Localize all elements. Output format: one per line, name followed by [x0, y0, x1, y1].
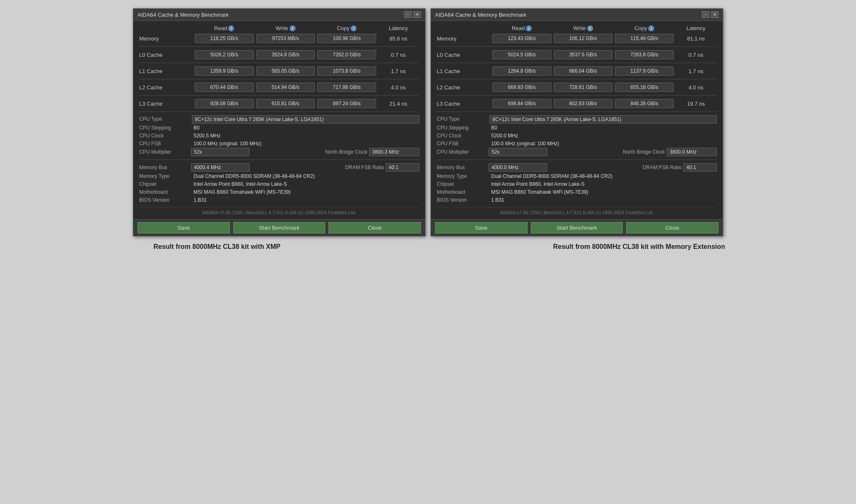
info-value: Intel Arrow Point B860, Intel Arrow Lake…: [489, 180, 717, 188]
close-x-button[interactable]: ✕: [413, 11, 421, 18]
bench-row-4: L3 Cache698.84 GB/s602.63 GB/s846.28 GB/…: [437, 99, 717, 108]
info-row: BIOS Version1.B31: [437, 196, 717, 204]
info-label: CPU Type: [139, 115, 189, 124]
bench-row-2: L1 Cache1264.8 GB/s666.04 GB/s1137.9 GB/…: [437, 66, 717, 76]
row-label: L2 Cache: [139, 84, 194, 91]
info-label: CPU Clock: [139, 132, 189, 139]
info-value: 8C+12c Intel Core Ultra 7 265K (Arrow La…: [192, 115, 419, 124]
info-row: ChipsetIntel Arrow Point B860, Intel Arr…: [139, 180, 419, 188]
info-row: ChipsetIntel Arrow Point B860, Intel Arr…: [437, 180, 717, 188]
col-header-latency: Latency: [377, 25, 419, 31]
latency-value: 0.7 ns: [675, 52, 717, 58]
row-label: L2 Cache: [437, 84, 491, 91]
title-bar-controls: −✕: [404, 11, 421, 18]
info-row: CPU Type8C+12c Intel Core Ultra 7 265K (…: [139, 115, 419, 124]
info-row: CPU Type8C+12c Intel Core Ultra 7 265K (…: [437, 115, 717, 124]
latency-value: 4.0 ns: [377, 84, 419, 91]
info-value: 1.B31: [192, 196, 419, 204]
title-bar: AIDA64 Cache & Memory Benchmark−✕: [133, 9, 425, 21]
value-copy: 1073.8 GB/s: [317, 66, 376, 76]
info-icon[interactable]: i: [587, 25, 593, 31]
start-benchmark-button[interactable]: Start Benchmark: [531, 222, 623, 233]
info-value: Intel Arrow Point B860, Intel Arrow Lake…: [192, 180, 419, 188]
caption-0: Result from 8000MHz CL38 kit with XMP: [8, 243, 425, 251]
info-value: 5200.0 MHz: [489, 132, 717, 139]
info-row: CPU Clock5200.0 MHz: [437, 132, 717, 139]
info-row: Memory TypeDual Channel DDR5-8000 SDRAM …: [139, 172, 419, 180]
info-label: BIOS Version: [437, 196, 487, 204]
bench-header: ReadiWriteiCopyiLatency: [139, 25, 419, 31]
col-header-col_copy: Copyi: [316, 25, 377, 31]
value-copy: 655.18 GB/s: [615, 83, 674, 92]
info-label: CPU FSB: [139, 140, 189, 147]
info-icon[interactable]: i: [526, 25, 532, 31]
info-icon[interactable]: i: [228, 25, 234, 31]
nb-clock-value: 3800.3 MHz: [369, 148, 419, 156]
close-button[interactable]: Close: [626, 222, 718, 233]
value-copy: 1137.9 GB/s: [615, 66, 674, 76]
cpu-multiplier-row: CPU Multiplier52xNorth Bridge Clock3800.…: [437, 148, 717, 156]
latency-value: 4.0 ns: [675, 84, 717, 91]
latency-value: 1.7 ns: [675, 68, 717, 74]
window-body: ReadiWriteiCopyiLatencyMemory123.43 GB/s…: [431, 21, 723, 219]
caption-row: Result from 8000MHz CL38 kit with XMPRes…: [8, 243, 848, 251]
start-benchmark-button[interactable]: Start Benchmark: [233, 222, 326, 233]
row-label: L3 Cache: [437, 101, 491, 107]
memory-bus-label: Memory Bus: [437, 164, 487, 171]
col-header-col_write: Writei: [255, 25, 316, 31]
info-value: B0: [489, 124, 717, 132]
value-read: 5026.2 GB/s: [195, 50, 254, 59]
bench-row-0: Memory123.43 GB/s106.12 GB/s115.49 GB/s8…: [437, 34, 717, 43]
dram-fsb-value: 40:1: [683, 163, 717, 172]
latency-value: 21.4 ns: [377, 101, 419, 107]
info-label: Memory Type: [139, 172, 189, 180]
caption-1: Result from 8000MHz CL38 kit with Memory…: [431, 243, 848, 251]
minimize-button[interactable]: −: [702, 11, 709, 18]
bench-row-1: L0 Cache5024.5 GB/s3537.6 GB/s7263.8 GB/…: [437, 50, 717, 59]
nb-clock-label: North Bridge Clock: [251, 149, 367, 155]
info-value: 100.0 MHz (original: 100 MHz): [489, 140, 717, 147]
close-button[interactable]: Close: [329, 222, 421, 233]
col-header-col_write: Writei: [553, 25, 614, 31]
value-write: 514.94 GB/s: [256, 83, 315, 92]
window-left: AIDA64 Cache & Memory Benchmark−✕ReadiWr…: [133, 8, 425, 236]
value-read: 669.93 GB/s: [492, 83, 551, 92]
info-row: CPU Clock5200.5 MHz: [139, 132, 419, 139]
button-bar: SaveStart BenchmarkClose: [431, 219, 723, 236]
info-icon[interactable]: i: [648, 25, 654, 31]
minimize-button[interactable]: −: [404, 11, 412, 18]
latency-value: 81.1 ns: [675, 35, 717, 42]
info-label: Motherboard: [139, 188, 189, 196]
save-button[interactable]: Save: [435, 222, 527, 233]
row-label: L0 Cache: [139, 52, 194, 58]
info-label: CPU Stepping: [139, 124, 189, 132]
close-x-button[interactable]: ✕: [711, 11, 718, 18]
info-icon[interactable]: i: [290, 25, 296, 31]
value-write: 3524.8 GB/s: [256, 50, 315, 59]
cpu-multiplier-value: 52x: [191, 148, 250, 156]
value-read: 928.08 GB/s: [195, 99, 254, 108]
value-write: 602.63 GB/s: [554, 99, 613, 108]
value-write: 565.05 GB/s: [256, 66, 315, 76]
info-value: 100.0 MHz (original: 100 MHz): [192, 140, 419, 147]
memory-bus-value: 4000.4 MHz: [191, 163, 250, 172]
memory-bus-row: Memory Bus4000.4 MHzDRAM:FSB Ratio40:1: [139, 163, 419, 172]
value-read: 5024.5 GB/s: [492, 50, 551, 59]
latency-value: 1.7 ns: [377, 68, 419, 74]
info-row: CPU FSB100.0 MHz (original: 100 MHz): [139, 140, 419, 147]
title-bar: AIDA64 Cache & Memory Benchmark−✕: [431, 9, 723, 21]
info-value: MSI MAG B860 Tomahawk WiFi (MS-7E39): [192, 188, 419, 196]
info-label: Motherboard: [437, 188, 487, 196]
value-copy: 115.49 GB/s: [615, 34, 674, 43]
info-value: Dual Channel DDR5-8000 SDRAM (38-48-48-8…: [489, 172, 717, 180]
value-write: 666.04 GB/s: [554, 66, 613, 76]
dram-fsb-label: DRAM:FSB Ratio: [251, 165, 384, 170]
row-label: Memory: [139, 35, 194, 42]
latency-value: 19.7 ns: [675, 101, 717, 107]
info-icon[interactable]: i: [351, 25, 357, 31]
nb-clock-label: North Bridge Clock: [549, 149, 665, 155]
latency-value: 85.6 ns: [377, 35, 419, 42]
value-write: 106.12 GB/s: [554, 34, 613, 43]
save-button[interactable]: Save: [138, 222, 230, 233]
cpu-multiplier-row: CPU Multiplier52xNorth Bridge Clock3800.…: [139, 148, 419, 156]
